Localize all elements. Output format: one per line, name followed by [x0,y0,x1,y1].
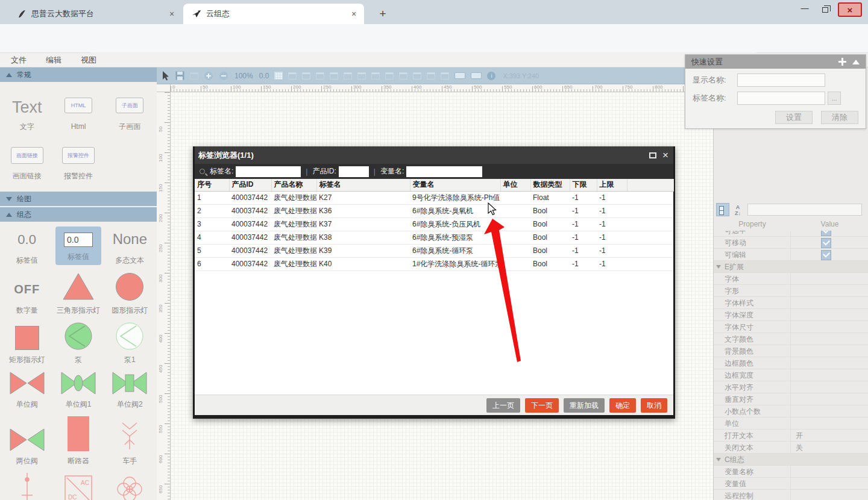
property-row[interactable]: 小数点个数 [714,405,868,417]
col-low-limit[interactable]: 下限 [570,179,597,191]
property-value[interactable] [791,237,868,249]
palette-item-tagvalue-selected[interactable]: 0.0 标签值 [55,227,101,265]
align-top-icon[interactable] [357,72,366,80]
zoom-in-icon[interactable] [204,71,213,81]
col-tag-name[interactable]: 标签名 [316,179,410,191]
property-row[interactable]: 字体深度 [714,309,868,321]
same-size-icon[interactable] [427,72,435,80]
table-row[interactable]: 3 400037442 废气处理数据采 K37 6#除臭系统-负压风机 Bool… [195,217,673,231]
col-high-limit[interactable]: 上限 [597,179,627,191]
property-filter-input[interactable] [747,204,862,216]
property-value[interactable] [791,273,868,285]
property-value[interactable] [791,309,868,321]
property-value[interactable] [791,478,868,490]
table-row[interactable]: 4 400037442 废气处理数据采 K38 6#除臭系统-预湿泵 Bool … [195,231,673,244]
table-row[interactable]: 5 400037442 废气处理数据采 K39 6#除臭系统-循环泵 Bool … [195,244,673,257]
distribute-v-icon[interactable] [413,72,421,80]
property-value[interactable] [791,321,868,333]
palette-item-rect-indicator[interactable]: 矩形指示灯 [9,322,45,364]
new-tab-button[interactable]: + [375,6,391,22]
property-value[interactable] [791,381,868,393]
property-value[interactable]: 开 [791,430,868,442]
property-row[interactable]: 字体尺寸 [714,321,868,333]
align-left-icon[interactable] [316,72,324,80]
collapse-panel-icon[interactable] [852,60,860,64]
property-row[interactable]: 字形 [714,285,868,297]
pause-icon[interactable] [441,72,449,80]
palette-item-subscreen[interactable]: 子画面 子画面 [116,98,143,131]
property-value[interactable] [791,297,868,309]
palette-item-pump1[interactable]: 泵1 [116,322,143,364]
palette-item-valve2[interactable]: 单位阀2 [112,372,147,409]
property-row[interactable]: 字体样式 [714,297,868,309]
palette-item-circle-indicator[interactable]: 圆形指示灯 [112,272,148,315]
palette-item-digital[interactable]: OFF 数字量 [14,272,40,315]
ok-button[interactable]: 确定 [609,398,636,413]
next-page-button[interactable]: 下一页 [525,398,559,413]
tab-scada-editor[interactable]: 云组态 × [183,4,364,24]
property-value[interactable] [791,490,868,500]
tag-name-input[interactable] [737,92,825,105]
property-row[interactable]: 变量值 [714,478,868,490]
table-row[interactable]: 6 400037442 废气处理数据采 K40 1#化学洗涤除臭系统-循环泵 B… [195,257,673,270]
categorized-view-icon[interactable] [716,203,729,216]
align-middle-icon[interactable] [371,72,380,80]
window-restore-button[interactable] [815,0,835,18]
align-center-icon[interactable] [330,72,338,80]
undo-icon[interactable] [190,72,198,80]
property-value[interactable] [791,369,868,381]
property-value[interactable] [791,231,868,237]
property-value[interactable] [791,285,868,297]
close-icon[interactable]: × [662,149,668,161]
window-close-button[interactable]: × [838,2,862,17]
palette-item-valve1[interactable]: 单位阀1 [61,372,96,409]
palette-item-text[interactable]: Text 文字 [12,98,42,131]
dock-icon[interactable] [838,58,846,66]
palette-item-rt[interactable]: RT [116,473,143,500]
palette-item-tagvalue[interactable]: 0.0 标签值 [16,227,38,265]
property-row[interactable]: 边框颜色 [714,357,868,369]
cancel-button[interactable]: 取消 [641,398,667,413]
tab-close-icon[interactable]: × [166,8,177,19]
reload-button[interactable]: 重新加载 [564,398,605,413]
tag-filter-input[interactable] [236,166,301,177]
col-product-id[interactable]: 产品ID [229,179,271,191]
dialog-titlebar[interactable]: 标签浏览器(1/1) × [195,146,673,164]
col-product-name[interactable]: 产品名称 [271,179,316,191]
zoom-out-icon[interactable] [219,71,228,81]
table-row[interactable]: 1 400037442 废气处理数据采 K27 9号化学洗涤除臭系统-Ph值 F… [195,191,673,204]
property-row[interactable]: 可移动 [714,237,868,249]
property-value[interactable] [791,249,868,261]
menu-edit[interactable]: 编辑 [46,55,70,66]
table-row[interactable]: 2 400037442 废气处理数据采 K36 6#除臭系统-臭氧机 Bool … [195,204,673,217]
property-value[interactable] [791,357,868,369]
property-row[interactable]: 可编辑 [714,249,868,261]
product-filter-input[interactable] [339,166,369,177]
tab-dataplatform[interactable]: 思普云大数据平台 × [8,4,182,24]
col-index[interactable]: 序号 [195,179,229,191]
maximize-icon[interactable] [649,152,656,158]
palette-item-multistate-text[interactable]: None 多态文本 [113,227,147,265]
palette-item-pump[interactable]: 泵 [64,322,92,364]
palette-item-chehand[interactable]: 车手 [118,416,141,466]
property-row[interactable]: 可选中 [714,231,868,237]
property-value[interactable] [791,345,868,357]
sort-az-icon[interactable]: AZ↓ [731,203,744,216]
palette-item-html[interactable]: HTML Html [64,98,92,131]
property-row[interactable]: 背景颜色 [714,345,868,357]
palette-item-valve[interactable]: 单位阀 [10,372,45,409]
info-circle-icon[interactable]: i [487,72,495,80]
palette-item-screenlink[interactable]: 画面链接 画面链接 [11,147,43,181]
property-row[interactable]: 远程控制 [714,490,868,500]
copy-icon[interactable] [288,72,297,80]
palette-item-knife-switch[interactable]: 刀闸 [19,473,35,500]
clear-button[interactable]: 清除 [821,111,858,124]
var-filter-input[interactable] [406,166,482,177]
property-row[interactable]: 边框宽度 [714,369,868,381]
menu-view[interactable]: 视图 [81,55,105,66]
property-row[interactable]: 打开文本 开 [714,430,868,442]
section-scada[interactable]: 组态 [0,207,157,222]
grid-toggle-icon[interactable] [274,72,283,80]
palette-item-alarm[interactable]: 报警控件 报警控件 [62,147,95,181]
browse-tags-button[interactable]: ... [828,92,841,105]
